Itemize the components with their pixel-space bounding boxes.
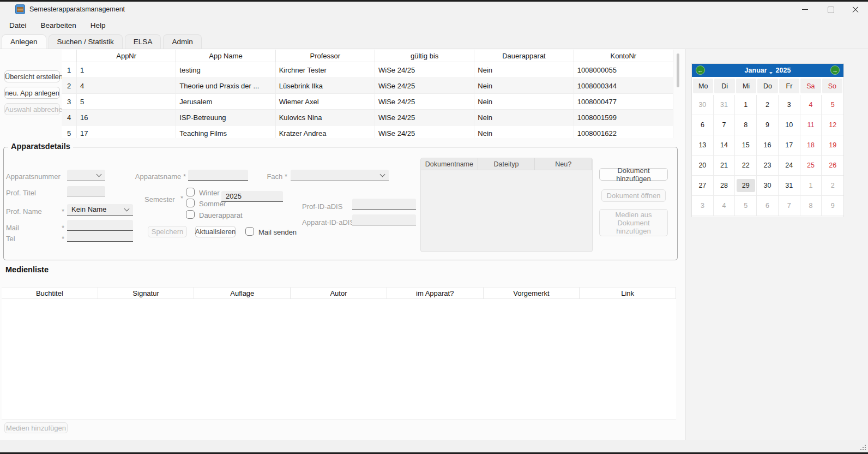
media-column-im-apparat[interactable]: im Apparat? [387,288,484,299]
calendar-day[interactable]: 18 [800,135,822,156]
calendar-day[interactable]: 17 [779,135,800,156]
calendar-day[interactable]: 13 [692,135,714,156]
tab-suchen-statistik[interactable]: Suchen / Statistik [49,34,123,49]
column-header-appnr[interactable]: AppNr [77,50,176,62]
calendar-day[interactable]: 7 [714,115,736,135]
media-column-vorgemerkt[interactable]: Vorgemerkt [484,288,580,299]
apparat-id-adis-input[interactable] [352,214,416,225]
calendar-day[interactable]: 16 [757,135,779,156]
fach-combo[interactable] [291,170,389,181]
calendar-day[interactable]: 30 [757,176,779,196]
calendar-day[interactable]: 20 [692,156,714,176]
winter-radio[interactable] [186,188,195,196]
media-column-buchtitel[interactable]: Buchtitel [2,288,98,299]
calendar-day[interactable]: 4 [714,196,736,216]
calendar-day[interactable]: 25 [800,156,822,176]
calendar-day[interactable]: 12 [822,115,843,135]
uebersicht-erstellen-button[interactable]: Übersicht erstellen [4,70,60,82]
calendar-day[interactable]: 6 [757,196,779,216]
calendar-day[interactable]: 24 [779,156,800,176]
prof-name-combo[interactable]: Kein Name [67,204,133,216]
apparatsname-input[interactable] [188,170,248,181]
calendar-day[interactable]: 10 [779,115,800,135]
tab-anlegen[interactable]: Anlegen [2,34,46,49]
calendar-day[interactable]: 21 [714,156,736,176]
calendar-day[interactable]: 14 [714,135,736,156]
calendar-day[interactable]: 3 [779,95,800,115]
media-column-auflage[interactable]: Auflage [194,288,291,299]
calendar-day[interactable]: 26 [822,156,843,176]
previous-month-icon[interactable]: ← [696,65,705,75]
resize-grip-icon[interactable] [865,449,866,450]
table-row[interactable]: 11testingKirchner TesterWiSe 24/25Nein10… [62,62,673,78]
calendar-day[interactable]: 9 [822,196,843,216]
calendar-day[interactable]: 31 [714,95,736,115]
column-header-dauerapparat[interactable]: Dauerapparat [474,50,574,62]
app-window: Semesterapparatsmanagement Datei Bearbei… [0,2,868,452]
media-column-autor[interactable]: Autor [291,288,387,299]
doc-column-neu[interactable]: Neu? [535,158,592,170]
row-number: 3 [62,94,77,110]
column-header-kontonr[interactable]: KontoNr [574,50,673,62]
calendar-day[interactable]: 11 [800,115,822,135]
tel-input[interactable] [67,231,133,242]
column-header-app-name[interactable]: App Name [176,50,275,62]
apps-table-scrollbar[interactable] [677,53,679,87]
aktualisieren-button[interactable]: Aktualisieren [195,226,236,237]
neu-app-anlegen-button[interactable]: neu. App anlegen [4,87,60,99]
calendar-day[interactable]: 28 [714,176,736,196]
calendar-day[interactable]: 19 [822,135,843,156]
sommer-radio[interactable] [186,199,195,207]
apparatsnummer-combo[interactable] [67,170,105,181]
cell: 1008000344 [574,78,673,94]
calendar-day[interactable]: 6 [692,115,714,135]
menu-help[interactable]: Help [83,19,113,32]
calendar-day[interactable]: 2 [822,176,843,196]
calendar-day[interactable]: 27 [692,176,714,196]
calendar-day[interactable]: 29 [735,176,757,196]
calendar-day[interactable]: 5 [735,196,757,216]
chevron-down-icon [97,172,102,177]
doc-column-dokumentname[interactable]: Dokumentname [421,158,478,170]
calendar-day[interactable]: 31 [779,176,800,196]
calendar-day[interactable]: 30 [692,95,714,115]
calendar-day[interactable]: 2 [757,95,779,115]
column-header-gueltig-bis[interactable]: gültig bis [375,50,474,62]
calendar-day[interactable]: 8 [800,196,822,216]
media-column-link[interactable]: Link [580,288,676,299]
calendar-title[interactable]: Januar 2025 [745,67,791,74]
apps-table: AppNrApp NameProfessorgültig bisDauerapp… [62,50,673,138]
doc-column-dateityp[interactable]: Dateityp [478,158,535,170]
dauerapparat-radio[interactable] [186,210,195,219]
table-row[interactable]: 517Teaching FilmsKratzer AndreaWiSe 24/2… [62,126,673,138]
mail-input[interactable] [67,220,133,231]
calendar-day[interactable]: 8 [735,115,757,135]
calendar-day[interactable]: 4 [800,95,822,115]
calendar-day[interactable]: 3 [692,196,714,216]
dokument-hinzufuegen-button[interactable]: Dokument hinzufügen [599,168,668,181]
next-month-icon[interactable]: → [830,65,840,75]
prof-id-adis-input[interactable] [352,199,416,210]
calendar-day[interactable]: 22 [735,156,757,176]
table-row[interactable]: 35JerusalemWiemer AxelWiSe 24/25Nein1008… [62,94,673,110]
calendar-day[interactable]: 5 [822,95,843,115]
mail-senden-checkbox[interactable] [245,227,254,236]
calendar-day[interactable]: 15 [735,135,757,156]
tab-admin[interactable]: Admin [163,34,201,49]
calendar-day[interactable]: 23 [757,156,779,176]
calendar-day[interactable]: 1 [800,176,822,196]
close-icon[interactable] [843,2,868,18]
column-header-professor[interactable]: Professor [276,50,375,62]
tab-elsa[interactable]: ELSA [125,34,161,49]
table-row[interactable]: 416ISP-BetreuungKulovics NinaWiSe 24/25N… [62,110,673,126]
maximize-icon[interactable] [818,2,843,18]
semester-year-input[interactable]: 2025 [221,191,283,202]
calendar-day[interactable]: 9 [757,115,779,135]
calendar-day[interactable]: 1 [735,95,757,115]
menu-datei[interactable]: Datei [2,19,34,32]
media-column-signatur[interactable]: Signatur [98,288,195,299]
menu-bearbeiten[interactable]: Bearbeiten [34,19,83,32]
minimize-icon[interactable] [793,2,818,18]
table-row[interactable]: 24Theorie und Praxis der ...Lüsebrink Il… [62,78,673,94]
calendar-day[interactable]: 7 [779,196,800,216]
